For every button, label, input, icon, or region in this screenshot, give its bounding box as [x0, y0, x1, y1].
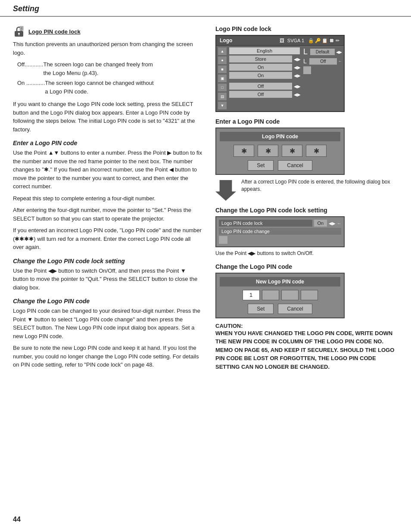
- pin-box-3: ✱: [282, 145, 302, 157]
- panel-icon-down: ▼: [218, 102, 227, 109]
- lock-setting-row2: Logo PIN code change: [219, 228, 341, 235]
- arrow-note-section: After a correct Logo PIN code is entered…: [215, 178, 398, 201]
- pin-cancel-button[interactable]: Cancel: [278, 160, 312, 171]
- panel-on1-label: On: [229, 64, 292, 71]
- new-pin-cancel-button[interactable]: Cancel: [278, 304, 312, 314]
- lock-setting-arrows: ◀▶ ←: [329, 221, 341, 226]
- new-pin-boxes: 1: [220, 290, 340, 300]
- new-pin-box-4: [301, 290, 318, 300]
- lock-setting-val: On: [314, 220, 327, 227]
- lock-icon-box: [219, 236, 227, 244]
- panel-header-right: 🖼 SVGA 1 🔒🔑📋🔲✏: [280, 38, 340, 44]
- panel-right-row2: L Off ←: [303, 58, 342, 65]
- new-pin-set-button[interactable]: Set: [248, 304, 274, 314]
- arrow-down-icon: [215, 180, 236, 201]
- panel-row-english: English: [229, 47, 300, 54]
- logo-panel-header: Logo 🖼 SVGA 1 🔒🔑📋🔲✏: [216, 36, 344, 46]
- arrow-note-text: After a correct Logo PIN code is entered…: [241, 178, 398, 193]
- pin-set-button[interactable]: Set: [248, 160, 274, 171]
- logo-pin-lock-title: Logo PIN code lock: [28, 28, 81, 35]
- lock-note: Use the Point ◀▶ buttons to switch On/Of…: [215, 250, 398, 257]
- new-pin-box-1: 1: [243, 290, 260, 300]
- repeat-para: Repeat this step to complete entering a …: [13, 194, 202, 203]
- logo-pin-panel: Logo 🖼 SVGA 1 🔒🔑📋🔲✏ ▲ ● ■ ▣ □ ▤ ▼: [215, 35, 345, 112]
- panel-right-bottom-icon: [303, 66, 311, 74]
- panel-icon-square1: ■: [218, 65, 227, 73]
- change-lock-subtitle: Change the Logo PIN code lock setting: [13, 258, 202, 264]
- panel-logo-label: Logo: [220, 37, 232, 44]
- panel-off2-label: Off: [229, 91, 292, 98]
- lock-setting-change-label: Logo PIN code change: [219, 228, 341, 235]
- incorrect-para: If you entered an incorrect Logo PIN cod…: [13, 226, 202, 252]
- panel-row-store: Store ◀▶: [229, 56, 300, 62]
- panel-on2-arrow: ◀▶: [294, 73, 300, 78]
- panel-left-icons: ▲ ● ■ ▣ □ ▤ ▼: [218, 47, 227, 109]
- pin-dialog-panel: Logo PIN code ✱ ✱ ✱ ✱ Set Cancel: [215, 128, 345, 175]
- left-column: Logo PIN code lock This function prevent…: [13, 25, 202, 373]
- change-pin-body2: Be sure to note the new Logo PIN code an…: [13, 344, 202, 369]
- logo-pin-section-header: Logo PIN code lock: [13, 25, 202, 37]
- enter-pin-body: Use the Point ▲▼ buttons to enter a numb…: [13, 149, 202, 191]
- panel-icon-up: ▲: [218, 47, 227, 55]
- on-item: On ............ The screen logo cannot b…: [17, 79, 202, 96]
- panel-english-label: English: [229, 47, 300, 54]
- enter-pin-subtitle: Enter a Logo PIN code: [13, 140, 202, 146]
- new-pin-title: New Logo PIN code: [220, 277, 340, 286]
- lock-setting-label: Logo PIN code lock: [219, 220, 312, 227]
- logo-panel-body: ▲ ● ■ ▣ □ ▤ ▼ English Store ◀▶: [216, 46, 344, 111]
- panel-icon-film: ▤: [218, 93, 227, 100]
- on-desc: The screen logo cannot be changed withou…: [45, 79, 202, 96]
- panel-row-off1: Off ◀▶: [229, 83, 300, 90]
- change-lock-body: Use the Point ◀▶ button to switch On/Off…: [13, 267, 202, 292]
- pin-buttons: Set Cancel: [220, 160, 340, 171]
- pin-box-2: ✱: [258, 145, 278, 157]
- new-pin-buttons: Set Cancel: [220, 304, 340, 314]
- panel-icons-bar: 🔒🔑📋🔲✏: [308, 38, 340, 44]
- on-label: On ............: [17, 79, 45, 96]
- right-enter-pin-title: Enter a Logo PIN code: [215, 118, 398, 125]
- main-content: Logo PIN code lock This function prevent…: [0, 17, 411, 381]
- panel-right-arrow2: ←: [338, 59, 342, 63]
- change-pin-body: Logo PIN code can be changed to your des…: [13, 307, 202, 340]
- right-logo-pin-title: Logo PIN code lock: [215, 25, 398, 32]
- panel-icon-square3: □: [218, 84, 227, 91]
- logo-pin-body1: If you want to change the Logo PIN code …: [13, 100, 202, 134]
- panel-icon1: 🖼: [280, 38, 284, 43]
- panel-off1-arrow: ◀▶: [294, 84, 300, 89]
- panel-right-section: L Default ◀▶ L Off ←: [303, 47, 342, 109]
- panel-main-rows: English Store ◀▶ On ◀▶ On ◀▶: [229, 47, 300, 109]
- panel-off2-arrow: ◀▶: [294, 92, 300, 97]
- panel-on2-label: On: [229, 72, 292, 79]
- panel-right-row1: L Default ◀▶: [303, 47, 342, 56]
- panel-off1-label: Off: [229, 83, 292, 90]
- logo-pin-icon: [13, 25, 25, 37]
- new-pin-box-3: [281, 290, 299, 300]
- pin-box-4: ✱: [306, 145, 327, 157]
- after-para: After entering the four-digit number, mo…: [13, 206, 202, 223]
- panel-right-off: Off: [309, 58, 337, 65]
- panel-row-off2: Off ◀▶: [229, 91, 300, 98]
- svg-point-1: [18, 33, 20, 34]
- panel-icon-circle: ●: [218, 56, 227, 64]
- pin-box-1: ✱: [234, 145, 254, 157]
- logo-pin-intro: This function prevents an unauthorized p…: [13, 40, 202, 57]
- page-title: Setting: [13, 4, 39, 13]
- lock-setting-panel: Logo PIN code lock On ◀▶ ← Logo PIN code…: [215, 216, 345, 247]
- off-item: Off............ The screen logo can be c…: [17, 60, 202, 77]
- caution-title: CAUTION:: [215, 323, 398, 329]
- panel-right-Lp-icon: L: [303, 58, 307, 65]
- panel-on1-arrow: ◀▶: [294, 65, 300, 70]
- panel-right-arrow1: ◀▶: [336, 50, 342, 54]
- panel-row-on2: On ◀▶: [229, 72, 300, 79]
- panel-svga: SVGA 1: [287, 38, 304, 43]
- panel-icon-square2: ▣: [218, 75, 227, 82]
- off-on-list: Off............ The screen logo can be c…: [17, 60, 202, 96]
- new-pin-panel: New Logo PIN code 1 Set Cancel: [215, 273, 345, 318]
- panel-store-arrow: ◀▶: [294, 57, 300, 62]
- off-label: Off............: [17, 60, 43, 77]
- pin-dialog-title: Logo PIN code: [220, 132, 340, 141]
- lock-setting-row1: Logo PIN code lock On ◀▶ ←: [219, 220, 341, 227]
- right-change-pin-title: Change the Logo PIN code: [215, 263, 398, 270]
- page-number: 44: [13, 516, 21, 523]
- panel-right-L-icon: L: [303, 47, 308, 56]
